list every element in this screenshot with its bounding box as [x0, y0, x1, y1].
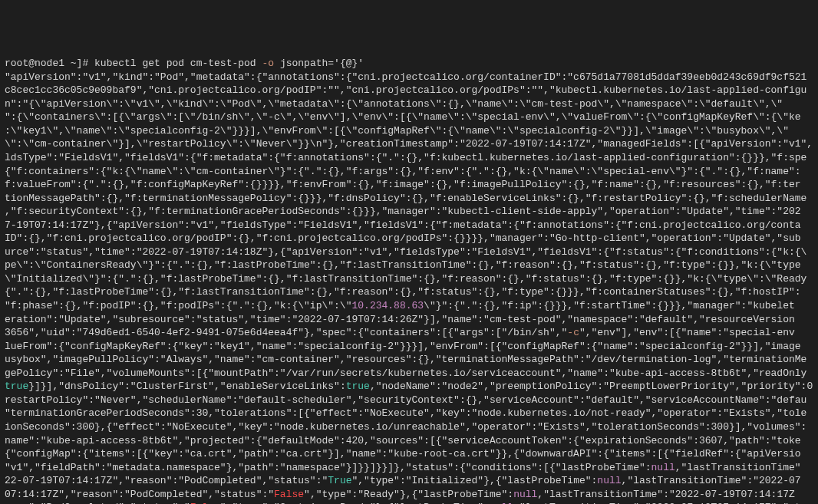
json-line: {".":{},"f:lastProbeTime":{},"f:lastTran… — [5, 286, 801, 298]
jsonpath-arg: jsonpath='{@}' — [274, 58, 364, 69]
flag-o: -o — [262, 58, 274, 69]
bool-true: true — [346, 380, 370, 392]
json-line: eration":"Update","subresource":"status"… — [5, 314, 795, 325]
json-line: ,"nodeName":"node2","preemptionPolicy":"… — [370, 380, 813, 392]
json-line: {"configMap":{"items":[{"key":"ca.crt","… — [5, 448, 801, 460]
json-line: ","env"],"env":[{"name":"special-env — [579, 327, 795, 338]
json-line: ionSeconds":300},{"effect":"NoExecute","… — [5, 421, 806, 433]
json-line: ,"lastTransitionTime":"2022-07 — [622, 475, 801, 486]
json-line: ","type":"Ready"},{"lastProbeTime": — [304, 489, 513, 500]
json-line: n":"{\"apiVersion\":\"v1\",\"kind\":\"Po… — [5, 98, 783, 110]
json-line: 07:14:17Z","reason":"PodCompleted","stat… — [5, 489, 274, 500]
json-line: usybox","imagePullPolicy":"Always","name… — [5, 354, 806, 365]
command-text: kubectl get pod cm-test-pod — [94, 58, 262, 69]
json-line: 22-07-19T07:14:17Z","reason":"PodComplet… — [5, 475, 328, 486]
json-line: }]}],"dnsPolicy":"ClusterFirst","enableS… — [28, 380, 345, 392]
json-line: "terminationGracePeriodSeconds":30,"tole… — [5, 407, 806, 419]
null-value: null — [597, 475, 621, 486]
json-line: \"}":{".":{},"f:ip":{}}},"f:startTime":{… — [424, 300, 795, 311]
json-line: gePolicy":"File","volumeMounts":[{"mount… — [5, 367, 806, 379]
status-false: False — [274, 489, 304, 500]
json-line: 7-19T07:14:17Z"},{"apiVersion":"v1","fie… — [5, 219, 801, 231]
json-line: lueFrom":{"configMapKeyRef":{"key":"key1… — [5, 341, 801, 352]
json-line: "f:phase":{},"f:podIP":{},"f:podIPs":{".… — [5, 300, 351, 311]
pod-ip: 10.234.88.63 — [351, 300, 424, 311]
json-line: c8cec1cc36c05c9e09baf9","cni.projectcali… — [5, 84, 806, 96]
status-true: True — [328, 475, 351, 486]
null-value: null — [513, 489, 537, 500]
json-line: \":\"cm-container\"}],\"restartPolicy\":… — [5, 138, 813, 150]
json-line: restartPolicy":"Never","schedulerName":"… — [5, 394, 806, 406]
json-line: tionMessagePath":{},"f:terminationMessag… — [5, 193, 806, 204]
json-line: ,"f:securityContext":{},"f:terminationGr… — [5, 206, 801, 217]
json-line: ID":{},"f:cni.projectcalico.org/podIP":{… — [5, 232, 801, 244]
json-line: {"f:containers":{"k:{\"name\":\"cm-conta… — [5, 166, 801, 177]
null-value: null — [651, 462, 675, 473]
json-line: 3656","uid":"749d6ed1-6540-4ef2-9491-075… — [5, 327, 567, 338]
json-line: ":{\"containers\":[{\"args\":[\"/bin/sh\… — [5, 111, 801, 123]
terminal-output: root@node1 ~]# kubectl get pod cm-test-p… — [5, 57, 813, 504]
bool-true: true — [5, 380, 28, 392]
json-line: urce":"status","time":"2022-07-19T07:14:… — [5, 246, 806, 258]
json-line: "apiVersion":"v1","kind":"Pod","metadata… — [5, 71, 806, 83]
json-line: ,"lastTransitionTime":"2022-07-19T07:14:… — [537, 489, 794, 500]
json-line: "v1","fieldPath":"metadata.namespace"},"… — [5, 462, 651, 473]
json-line: name":"kube-api-access-8tb6t","projected… — [5, 435, 801, 446]
json-line: ldsType":"FieldsV1","fieldsV1":{"f:metad… — [5, 152, 806, 163]
json-line: \"Initialized\"}":{".":{},"f:lastProbeTi… — [5, 273, 806, 285]
json-line: ,"lastTransitionTime" — [675, 462, 801, 473]
shell-flag: -c — [567, 327, 579, 338]
json-line: :\"key1\",\"name\":\"specialconfig-2\"}}… — [5, 125, 789, 137]
shell-prompt: root@node1 ~]# — [5, 58, 94, 69]
json-line: f:valueFrom":{".":{},"f:configMapKeyRef"… — [5, 179, 801, 190]
json-line: pe\":\"ContainersReady\"}":{".":{},"f:la… — [5, 259, 801, 271]
json-line: ","type":"Initialized"},{"lastProbeTime"… — [352, 475, 598, 486]
